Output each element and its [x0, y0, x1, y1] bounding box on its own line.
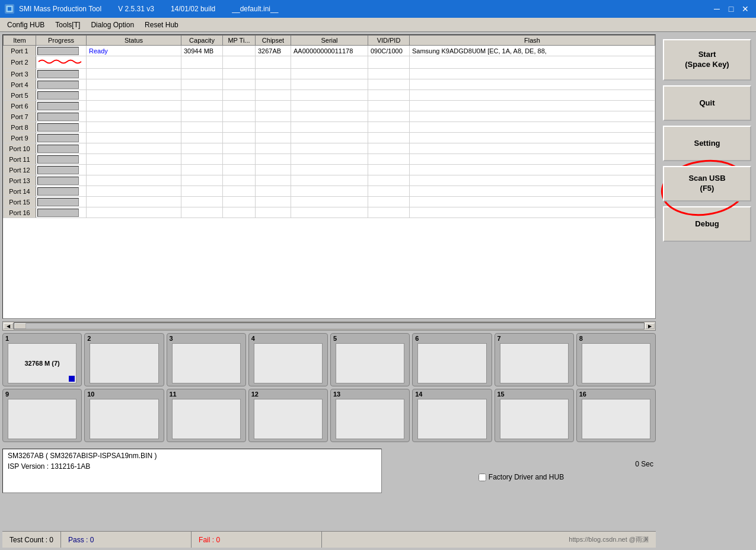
port-thumbnail[interactable]: 2	[84, 333, 164, 386]
port-thumbnail[interactable]: 8	[576, 333, 656, 386]
col-serial: Serial	[291, 36, 368, 46]
test-count-segment: Test Count : 0	[2, 532, 61, 548]
title-bar: SMI Mass Production Tool V 2.5.31 v3 14/…	[0, 0, 756, 18]
thumb-number: 11	[170, 391, 243, 398]
menu-config-hub[interactable]: Config HUB	[2, 20, 49, 30]
firmware-info: SM3267AB ( SM3267ABISP-ISPSA19nm.BIN ) I…	[2, 449, 382, 493]
watermark-segment: https://blog.csdn.net @雨渊	[322, 532, 656, 548]
port-thumbnail[interactable]: 12	[248, 389, 328, 442]
thumbnail-row-1: 132768 M (7)2345678	[2, 333, 656, 386]
col-capacity: Capacity	[181, 36, 223, 46]
watermark: https://blog.csdn.net @雨渊	[569, 535, 649, 544]
table-row: Port 4	[4, 79, 655, 90]
port-table: Item Progress Status Capacity MP Ti... C…	[3, 35, 655, 218]
port-thumbnail[interactable]: 3	[167, 333, 246, 386]
table-row: Port 1Ready30944 MB3267ABAA0000000001117…	[4, 46, 655, 56]
port-thumbnail[interactable]: 132768 M (7)	[2, 333, 82, 386]
debug-button[interactable]: Debug	[663, 206, 751, 242]
table-row: Port 8	[4, 122, 655, 133]
port-thumbnail[interactable]: 15	[495, 389, 574, 442]
title-controls: ─ □ ✕	[711, 3, 751, 15]
thumb-inner	[336, 399, 404, 439]
factory-checkbox-input[interactable]	[479, 474, 486, 481]
thumb-inner	[336, 343, 404, 383]
port-table-container[interactable]: Item Progress Status Capacity MP Ti... C…	[2, 34, 656, 319]
menu-dialog-option[interactable]: Dialog Option	[86, 20, 139, 30]
menu-bar: Config HUB Tools[T] Dialog Option Reset …	[0, 18, 756, 32]
table-row: Port 13	[4, 175, 655, 186]
thumbnails-section: 132768 M (7)2345678 910111213141516	[2, 333, 656, 442]
thumb-number: 16	[579, 391, 653, 398]
scan-usb-button[interactable]: Scan USB(F5)	[663, 166, 751, 202]
table-row: Port 10	[4, 143, 655, 154]
table-row: Port 12	[4, 165, 655, 175]
thumb-inner: 32768 M (7)	[8, 343, 76, 383]
col-flash: Flash	[410, 36, 655, 46]
col-chipset: Chipset	[256, 36, 291, 46]
port-thumbnail[interactable]: 4	[248, 333, 328, 386]
factory-checkbox-area[interactable]: Factory Driver and HUB	[479, 473, 564, 481]
right-sidebar: Start(Space Key) Quit Setting Scan USB(F…	[658, 32, 756, 550]
firmware-line2: ISP Version : 131216-1AB	[8, 462, 377, 471]
table-row: Port 6	[4, 101, 655, 111]
start-button[interactable]: Start(Space Key)	[663, 39, 751, 81]
thumb-inner	[172, 343, 241, 383]
table-row: Port 3	[4, 69, 655, 79]
port-thumbnail[interactable]: 11	[167, 389, 246, 442]
scroll-right-arrow[interactable]: ▶	[645, 323, 655, 329]
thumb-inner	[500, 343, 569, 383]
thumb-number: 9	[5, 391, 79, 398]
scroll-thumb[interactable]	[14, 323, 26, 329]
thumb-number: 1	[5, 335, 79, 342]
thumb-inner	[90, 399, 158, 439]
app-version: V 2.5.31 v3	[118, 5, 154, 13]
thumbnail-row-2: 910111213141516	[2, 389, 656, 442]
table-row: Port 15	[4, 197, 655, 207]
maximize-button[interactable]: □	[725, 3, 737, 15]
menu-tools[interactable]: Tools[T]	[50, 20, 85, 30]
port-thumbnail[interactable]: 6	[412, 333, 492, 386]
col-vidpid: VID/PID	[368, 36, 410, 46]
thumb-inner	[254, 343, 323, 383]
thumb-number: 10	[87, 391, 161, 398]
menu-reset-hub[interactable]: Reset Hub	[140, 20, 183, 30]
port-thumbnail[interactable]: 7	[495, 333, 574, 386]
thumb-inner	[8, 399, 76, 439]
thumb-inner	[90, 343, 158, 383]
thumb-number: 8	[579, 335, 653, 342]
horizontal-scrollbar[interactable]: ◀ ▶	[2, 321, 656, 331]
thumb-number: 6	[415, 335, 489, 342]
quit-button[interactable]: Quit	[663, 85, 751, 121]
col-mpti: MP Ti...	[223, 36, 256, 46]
thumb-dot	[69, 376, 75, 382]
scroll-left-arrow[interactable]: ◀	[4, 323, 13, 329]
status-bar: Test Count : 0 Pass : 0 Fail : 0 https:/…	[2, 531, 656, 548]
port-thumbnail[interactable]: 13	[330, 389, 410, 442]
table-row: Port 2	[4, 56, 655, 69]
table-row: Port 5	[4, 90, 655, 101]
pass-segment: Pass : 0	[61, 532, 192, 548]
setting-button[interactable]: Setting	[663, 126, 751, 161]
wavy-line-icon	[37, 57, 82, 66]
config-file: __default.ini__	[232, 5, 278, 13]
table-row: Port 11	[4, 154, 655, 165]
table-row: Port 9	[4, 133, 655, 143]
port-thumbnail[interactable]: 16	[576, 389, 656, 442]
port-thumbnail[interactable]: 5	[330, 333, 410, 386]
firmware-line1: SM3267AB ( SM3267ABISP-ISPSA19nm.BIN )	[8, 452, 377, 460]
bottom-info: SM3267AB ( SM3267ABISP-ISPSA19nm.BIN ) I…	[2, 447, 656, 494]
thumb-inner	[582, 399, 650, 439]
close-button[interactable]: ✕	[739, 3, 751, 15]
port-thumbnail[interactable]: 14	[412, 389, 492, 442]
thumb-inner	[500, 399, 569, 439]
scroll-track[interactable]	[14, 322, 645, 330]
port-thumbnail[interactable]: 9	[2, 389, 82, 442]
thumb-inner	[172, 399, 241, 439]
svg-rect-1	[8, 7, 11, 11]
thumb-number: 2	[87, 335, 161, 342]
thumb-inner	[417, 343, 486, 383]
port-thumbnail[interactable]: 10	[84, 389, 164, 442]
minimize-button[interactable]: ─	[711, 3, 723, 15]
col-item: Item	[4, 36, 36, 46]
thumb-number: 14	[415, 391, 489, 398]
